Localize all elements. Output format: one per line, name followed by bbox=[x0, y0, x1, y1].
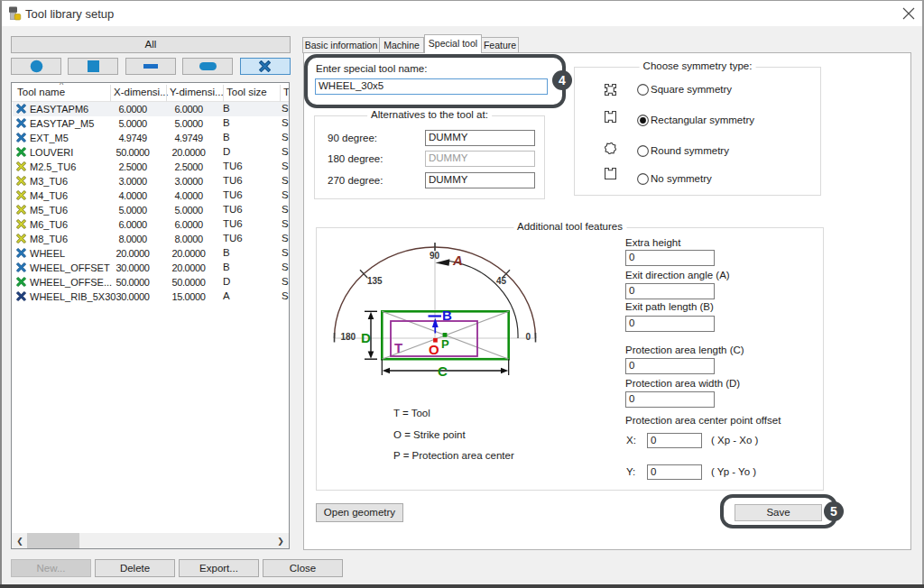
svg-text:45: 45 bbox=[496, 276, 507, 286]
svg-text:90: 90 bbox=[430, 251, 440, 261]
svg-text:T: T bbox=[394, 340, 402, 355]
svg-text:A: A bbox=[452, 253, 463, 268]
svg-text:D: D bbox=[361, 330, 371, 345]
svg-text:O: O bbox=[429, 342, 439, 357]
svg-text:P: P bbox=[441, 337, 449, 351]
svg-text:C: C bbox=[438, 363, 448, 379]
svg-text:0: 0 bbox=[526, 332, 531, 342]
svg-text:B: B bbox=[442, 308, 452, 323]
svg-text:180: 180 bbox=[341, 332, 356, 342]
svg-text:135: 135 bbox=[367, 276, 383, 286]
